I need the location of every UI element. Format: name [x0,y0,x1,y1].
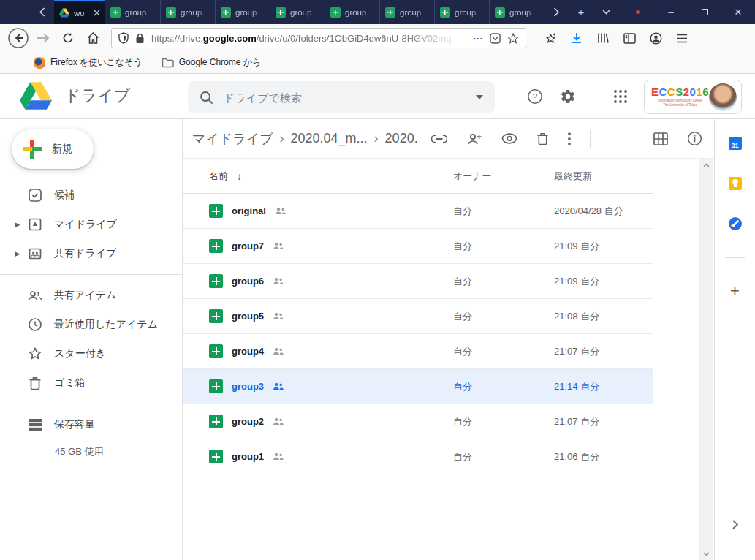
window-maximize-button[interactable] [688,0,721,24]
sidebar-item-priority[interactable]: 候補 [0,181,182,210]
drive-logo[interactable]: ドライブ [20,82,130,110]
downloads-icon[interactable] [566,27,588,49]
breadcrumb-item[interactable]: 2020.04_m... [291,131,368,146]
sheets-file-icon [209,239,223,253]
sheets-file-icon [209,415,223,428]
sidebar-item-my-drive[interactable]: ▶ マイドライブ [0,210,182,239]
file-list-header: 名前 ↓ オーナー 最終更新 [183,159,653,194]
search-input[interactable] [224,91,466,104]
tab-list-dropdown-icon[interactable] [593,0,618,24]
bookmark-firefox[interactable]: Firefox を使いこなそう [34,56,143,69]
tasks-icon[interactable] [729,217,742,230]
get-link-icon[interactable] [431,135,447,143]
column-modified[interactable]: 最終更新 [554,170,653,183]
sidebar-divider [0,274,182,275]
file-row-original[interactable]: original 自分 2020/04/28 自分 [183,194,653,229]
lock-icon[interactable] [135,33,145,44]
help-icon[interactable]: ? [526,88,544,105]
drive-main: 新規 候補 ▶ マイドライブ ▶ 共有ドライブ [0,119,755,560]
file-row-group6[interactable]: group6 自分 21:09 自分 [183,264,653,299]
google-apps-grid-icon[interactable] [612,88,629,105]
drive-search-box[interactable] [188,81,495,113]
tab-group-7[interactable]: group [434,0,489,24]
toolbar-divider [590,130,591,148]
expand-caret-icon[interactable]: ▶ [9,221,26,228]
sidebar-item-recent[interactable]: 最近使用したアイテム [0,310,182,339]
menu-hamburger-icon[interactable] [671,27,693,49]
pocket-icon[interactable] [490,33,501,44]
highlights-star-icon[interactable] [539,27,561,49]
new-tab-button[interactable]: + [569,0,593,24]
profile-avatar[interactable] [709,83,737,111]
tab-scroll-right-icon[interactable] [544,0,569,24]
column-owner[interactable]: オーナー [453,170,554,183]
tracking-protection-shield-icon[interactable] [118,32,129,44]
breadcrumb-item[interactable]: 2020. [385,131,418,146]
delete-trash-icon[interactable] [536,132,549,145]
keep-icon[interactable] [729,177,742,190]
sidebar-item-shared-with-me[interactable]: 共有アイテム [0,281,182,310]
search-icon[interactable] [200,91,213,105]
sheets-file-icon [209,309,223,323]
more-actions-icon[interactable] [568,132,571,145]
storage-icon [26,416,44,434]
preview-eye-icon[interactable] [501,133,517,144]
forward-icon[interactable] [32,27,54,49]
collapse-panel-icon[interactable] [732,520,738,529]
tab-active-drive[interactable]: wo [54,0,105,24]
home-icon[interactable] [82,27,104,49]
badge-subtitle: Information Technology Center The Univer… [651,99,709,107]
expand-caret-icon[interactable]: ▶ [9,250,26,257]
share-person-add-icon[interactable] [466,132,482,145]
file-row-group5[interactable]: group5 自分 21:08 自分 [183,299,653,334]
tab-scroll-left-icon[interactable] [29,0,54,24]
account-badge[interactable]: ECCS2016 Information Technology Center T… [644,80,742,114]
grid-view-icon[interactable] [653,132,668,145]
new-button[interactable]: 新規 [12,129,94,169]
sidebars-icon[interactable] [618,27,640,49]
sidebar-item-trash[interactable]: ゴミ箱 [0,368,182,398]
add-addon-icon[interactable]: + [730,281,740,300]
file-row-group3-selected[interactable]: group3 自分 21:14 自分 [183,369,653,404]
url-bar[interactable]: https://drive.google.com/drive/u/0/folde… [111,28,526,48]
breadcrumb-item[interactable]: マイドライブ [192,130,273,148]
account-icon[interactable] [645,27,667,49]
library-icon[interactable] [592,27,614,49]
sidebar-item-storage[interactable]: 保存容量 [0,410,182,439]
window-minimize-button[interactable]: – [654,0,688,24]
tab-group-4[interactable]: group [270,0,325,24]
reload-icon[interactable] [57,27,79,49]
sidebar-item-shared-drives[interactable]: ▶ 共有ドライブ [0,239,182,268]
info-icon[interactable] [687,131,702,146]
window-close-button[interactable]: ✕ [721,0,755,24]
tab-group-3[interactable]: group [215,0,270,24]
back-icon[interactable] [7,27,29,49]
scroll-down-icon[interactable] [703,552,710,556]
tab-group-1[interactable]: group [105,0,160,24]
sheets-favicon-icon [440,7,450,18]
browser-tab-bar: wo group group group group group group g… [0,0,755,24]
search-options-dropdown-icon[interactable] [476,95,483,99]
account-badge-text: ECCS2016 Information Technology Center T… [651,86,709,107]
scroll-up-icon[interactable] [703,163,710,167]
calendar-icon[interactable]: 31 [729,137,742,150]
file-row-group7[interactable]: group7 自分 21:09 自分 [183,229,653,264]
url-overflow-ellipsis-icon[interactable]: ⋯ [473,32,483,44]
storage-usage: 45 GB 使用 [0,445,182,458]
bookmark-star-icon[interactable] [507,33,519,44]
tab-group-6[interactable]: group [379,0,434,24]
vertical-scrollbar[interactable] [699,159,713,560]
file-row-group4[interactable]: group4 自分 21:07 自分 [183,334,653,369]
tab-group-5[interactable]: group [325,0,379,24]
tab-close-icon[interactable] [94,10,100,16]
bookmark-folder-chrome[interactable]: Google Chrome から [162,56,262,69]
settings-gear-icon[interactable] [559,88,577,105]
tab-group-8[interactable]: group [489,0,544,24]
file-row-group1[interactable]: group1 自分 21:06 自分 [183,439,653,474]
sidebar-item-starred[interactable]: スター付き [0,339,182,368]
sort-descending-icon[interactable]: ↓ [237,170,242,182]
column-name[interactable]: 名前 [209,170,228,183]
rail-divider [725,257,745,258]
file-row-group2[interactable]: group2 自分 21:07 自分 [183,404,653,439]
tab-group-2[interactable]: group [160,0,215,24]
